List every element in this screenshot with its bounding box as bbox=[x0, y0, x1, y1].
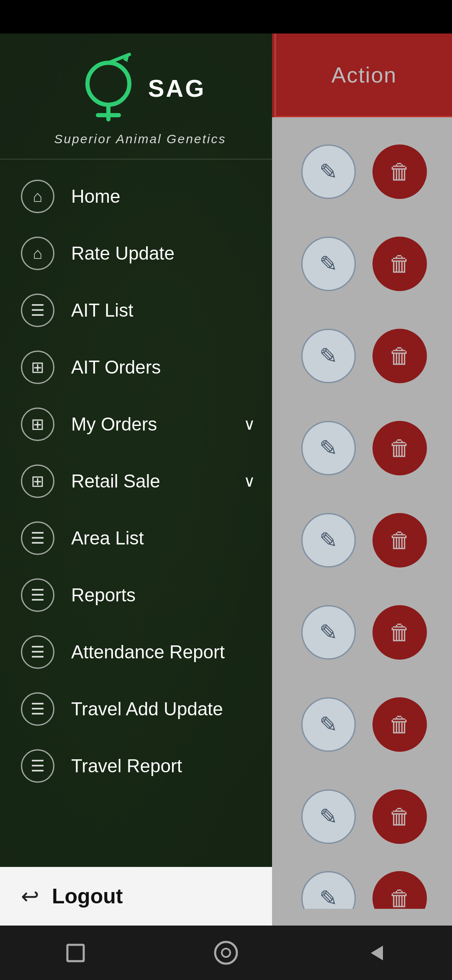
chevron-down-icon: ∨ bbox=[244, 472, 255, 490]
edit-button[interactable]: ✎ bbox=[301, 789, 356, 844]
edit-button[interactable]: ✎ bbox=[301, 513, 356, 567]
trash-icon: 🗑 bbox=[389, 804, 411, 829]
nav-square-button[interactable] bbox=[59, 936, 92, 970]
sidebar-item-attendance-report[interactable]: ☰ Attendance Report bbox=[0, 624, 272, 681]
pencil-icon: ✎ bbox=[319, 804, 338, 829]
trash-icon: 🗑 bbox=[389, 436, 411, 461]
nav-items: ⌂ Home ⌂ Rate Update ☰ AIT List ⊞ bbox=[0, 160, 272, 803]
sidebar-item-label: Retail Sale bbox=[71, 471, 239, 492]
chevron-down-icon: ∨ bbox=[244, 415, 255, 433]
logout-label: Logout bbox=[52, 884, 123, 908]
edit-button[interactable]: ✎ bbox=[301, 605, 356, 660]
ait-orders-icon: ⊞ bbox=[21, 351, 54, 384]
logo-subtitle: Superior Animal Genetics bbox=[54, 132, 226, 146]
trash-icon: 🗑 bbox=[389, 712, 411, 737]
square-icon bbox=[64, 941, 87, 965]
delete-button[interactable]: 🗑 bbox=[372, 789, 427, 844]
sidebar-item-rate-update[interactable]: ⌂ Rate Update bbox=[0, 225, 272, 282]
delete-button[interactable]: 🗑 bbox=[372, 237, 427, 291]
sidebar-item-label: Travel Add Update bbox=[71, 699, 255, 720]
pencil-icon: ✎ bbox=[319, 343, 338, 369]
edit-button[interactable]: ✎ bbox=[301, 697, 356, 752]
logo-area: SAG Superior Animal Genetics bbox=[0, 34, 272, 160]
svg-marker-8 bbox=[371, 946, 383, 960]
svg-rect-5 bbox=[67, 945, 84, 961]
sidebar: SAG Superior Animal Genetics ⌂ Home ⌂ Ra… bbox=[0, 34, 272, 926]
attendance-report-icon: ☰ bbox=[21, 635, 54, 669]
logo-text: SAG bbox=[148, 74, 206, 102]
logout-icon: ↩ bbox=[21, 884, 39, 909]
delete-button[interactable]: 🗑 bbox=[372, 871, 427, 909]
pencil-icon: ✎ bbox=[319, 251, 338, 276]
edit-button[interactable]: ✎ bbox=[301, 237, 356, 291]
edit-button[interactable]: ✎ bbox=[301, 329, 356, 383]
logout-button[interactable]: ↩ Logout bbox=[0, 867, 272, 926]
trash-icon: 🗑 bbox=[389, 251, 411, 276]
trash-icon: 🗑 bbox=[389, 343, 411, 369]
edit-button[interactable]: ✎ bbox=[301, 421, 356, 475]
nav-bar bbox=[0, 926, 452, 980]
sidebar-item-label: My Orders bbox=[71, 414, 239, 435]
action-column-header: Action bbox=[331, 62, 397, 88]
svg-point-2 bbox=[87, 63, 129, 105]
svg-point-7 bbox=[222, 949, 230, 957]
pencil-icon: ✎ bbox=[319, 159, 338, 184]
sidebar-item-label: Home bbox=[71, 186, 255, 207]
sidebar-item-label: Attendance Report bbox=[71, 642, 255, 663]
nav-back-button[interactable] bbox=[360, 936, 393, 970]
reports-icon: ☰ bbox=[21, 578, 54, 612]
pencil-icon: ✎ bbox=[319, 886, 338, 909]
area-list-icon: ☰ bbox=[21, 521, 54, 555]
sidebar-item-ait-orders[interactable]: ⊞ AIT Orders bbox=[0, 339, 272, 396]
sidebar-item-travel-add-update[interactable]: ☰ Travel Add Update bbox=[0, 681, 272, 738]
pencil-icon: ✎ bbox=[319, 620, 338, 645]
ait-list-icon: ☰ bbox=[21, 294, 54, 327]
main-area: Action ✎ 🗑 ✎ 🗑 bbox=[0, 34, 452, 926]
back-icon bbox=[365, 941, 388, 965]
rate-update-icon: ⌂ bbox=[21, 237, 54, 270]
delete-button[interactable]: 🗑 bbox=[372, 329, 427, 383]
nav-home-button[interactable] bbox=[209, 936, 243, 970]
sidebar-item-ait-list[interactable]: ☰ AIT List bbox=[0, 282, 272, 339]
sidebar-item-label: Rate Update bbox=[71, 243, 255, 264]
sidebar-item-label: AIT Orders bbox=[71, 357, 255, 378]
pencil-icon: ✎ bbox=[319, 436, 338, 461]
trash-icon: 🗑 bbox=[389, 528, 411, 553]
sidebar-item-label: Area List bbox=[71, 528, 255, 549]
travel-report-icon: ☰ bbox=[21, 749, 54, 783]
delete-button[interactable]: 🗑 bbox=[372, 144, 427, 199]
pencil-icon: ✎ bbox=[319, 712, 338, 737]
delete-button[interactable]: 🗑 bbox=[372, 513, 427, 567]
sidebar-item-area-list[interactable]: ☰ Area List bbox=[0, 510, 272, 567]
sidebar-item-retail-sale[interactable]: ⊞ Retail Sale ∨ bbox=[0, 453, 272, 510]
trash-icon: 🗑 bbox=[389, 620, 411, 645]
sidebar-item-label: Travel Report bbox=[71, 756, 255, 776]
edit-button[interactable]: ✎ bbox=[301, 871, 356, 909]
delete-button[interactable]: 🗑 bbox=[372, 605, 427, 660]
svg-point-6 bbox=[215, 942, 237, 964]
status-bar bbox=[0, 0, 452, 34]
logo-icon bbox=[75, 50, 142, 126]
trash-icon: 🗑 bbox=[389, 159, 411, 184]
retail-sale-icon: ⊞ bbox=[21, 464, 54, 498]
my-orders-icon: ⊞ bbox=[21, 407, 54, 441]
sidebar-item-travel-report[interactable]: ☰ Travel Report bbox=[0, 738, 272, 794]
circle-icon bbox=[213, 939, 240, 967]
delete-button[interactable]: 🗑 bbox=[372, 697, 427, 752]
sidebar-item-label: AIT List bbox=[71, 300, 255, 321]
sidebar-item-my-orders[interactable]: ⊞ My Orders ∨ bbox=[0, 396, 272, 453]
sidebar-item-reports[interactable]: ☰ Reports bbox=[0, 567, 272, 624]
edit-button[interactable]: ✎ bbox=[301, 144, 356, 199]
pencil-icon: ✎ bbox=[319, 528, 338, 553]
home-icon: ⌂ bbox=[21, 180, 54, 213]
trash-icon: 🗑 bbox=[389, 886, 411, 909]
sidebar-item-home[interactable]: ⌂ Home bbox=[0, 168, 272, 225]
delete-button[interactable]: 🗑 bbox=[372, 421, 427, 475]
sidebar-item-label: Reports bbox=[71, 585, 255, 606]
travel-add-update-icon: ☰ bbox=[21, 692, 54, 726]
